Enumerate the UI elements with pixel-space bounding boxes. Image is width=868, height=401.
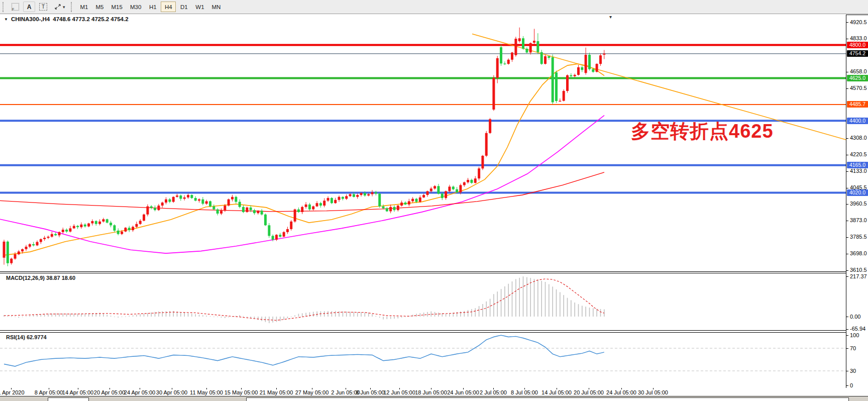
collapse-triangle-icon[interactable]: ▼ bbox=[4, 17, 8, 22]
time-axis-label: 11 May 05:00 bbox=[190, 389, 223, 395]
timeframe-button-MN[interactable]: MN bbox=[208, 2, 225, 12]
price-tick-label: 4920.5 bbox=[850, 19, 867, 25]
trading-platform-window: F A T ▾ M1M5M15M30H1H4D1W1MN ▼ CHINA300-… bbox=[0, 0, 868, 401]
time-axis-label: 21 May 05:00 bbox=[260, 389, 293, 395]
price-axis-border bbox=[846, 15, 846, 388]
time-axis-label: 18 Jun 05:00 bbox=[415, 389, 447, 395]
indicator-frame-icon: F bbox=[12, 3, 19, 11]
rsi-indicator-label: RSI(14) 62.9774 bbox=[6, 334, 47, 340]
timeframe-button-D1[interactable]: D1 bbox=[176, 2, 191, 12]
time-axis-label: 8 Jul 05:00 bbox=[511, 389, 538, 395]
arrows-tool-button[interactable]: ▾ bbox=[51, 2, 68, 12]
macd-histogram bbox=[4, 276, 604, 323]
moving-average-fast_orange bbox=[4, 64, 604, 255]
symbol-timeframe-label: CHINA300-,H4 bbox=[11, 16, 50, 22]
timeframe-button-M15[interactable]: M15 bbox=[108, 2, 126, 12]
time-axis-label: 20 Jul 05:00 bbox=[574, 389, 604, 395]
axis-tick bbox=[846, 348, 848, 349]
axis-tick bbox=[846, 88, 848, 89]
price-tick-label: 3785.5 bbox=[850, 234, 867, 240]
axis-tick bbox=[846, 371, 848, 371]
cursor-a-button[interactable]: A bbox=[23, 2, 35, 12]
indicator-frame-button[interactable]: F bbox=[9, 2, 22, 12]
macd-axis-label: 217.37 bbox=[850, 273, 867, 279]
time-axis-label: 20 Apr 05:00 bbox=[94, 389, 125, 395]
price-line-label: 4400.0 bbox=[847, 118, 868, 124]
time-axis-label: 8 Jun 05:00 bbox=[356, 389, 385, 395]
current-price-label: 4754.2 bbox=[847, 50, 868, 57]
axis-tick bbox=[846, 221, 848, 221]
rsi-axis-label: 30 bbox=[850, 368, 856, 374]
cursor-a-label: A bbox=[27, 4, 32, 11]
rsi-axis-label: 100 bbox=[850, 332, 859, 338]
panel-separator[interactable] bbox=[0, 271, 846, 272]
macd-panel[interactable] bbox=[0, 273, 846, 330]
macd-axis-label: -65.94 bbox=[850, 326, 865, 332]
time-axis-label: 24 Apr 05:00 bbox=[124, 389, 155, 395]
axis-tick bbox=[846, 276, 848, 277]
time-axis-label: 14 Jul 05:00 bbox=[541, 389, 572, 395]
axis-tick bbox=[846, 204, 848, 205]
price-line-label: 4625.0 bbox=[847, 75, 868, 81]
macd-indicator-label: MACD(12,26,9) 38.87 18.60 bbox=[6, 275, 75, 281]
axis-tick bbox=[846, 155, 848, 155]
text-box-icon: T bbox=[39, 3, 47, 11]
candlesticks bbox=[3, 28, 606, 266]
axis-tick bbox=[846, 254, 848, 254]
price-tick-label: 3873.0 bbox=[850, 217, 867, 223]
timeframe-button-W1[interactable]: W1 bbox=[192, 2, 207, 12]
axis-tick bbox=[846, 335, 848, 336]
axis-tick bbox=[846, 39, 848, 39]
rsi-axis-label: 70 bbox=[850, 345, 856, 351]
bottom-strip bbox=[0, 396, 868, 401]
time-axis-label: 30 Jul 05:00 bbox=[638, 389, 668, 395]
timeframe-button-H4[interactable]: H4 bbox=[161, 2, 176, 12]
toolbar-divider bbox=[0, 14, 868, 14]
bottom-strip-box bbox=[246, 397, 849, 401]
chart-annotation-text: 多空转折点4625 bbox=[631, 119, 774, 144]
time-axis-label: 8 Apr 05:00 bbox=[35, 389, 63, 395]
price-line-label: 4020.0 bbox=[847, 189, 868, 196]
axis-tick bbox=[846, 317, 848, 317]
time-axis-label: 15 May 05:00 bbox=[225, 389, 258, 395]
axis-tick bbox=[846, 171, 848, 172]
time-axis-label: 30 Apr 05:00 bbox=[156, 389, 187, 395]
axis-tick bbox=[846, 385, 848, 386]
timeframe-button-M1[interactable]: M1 bbox=[77, 2, 92, 12]
time-axis-label: 24 Jun 05:00 bbox=[447, 389, 479, 395]
price-tick-label: 4220.5 bbox=[850, 151, 867, 157]
rsi-panel[interactable] bbox=[0, 333, 846, 388]
arrows-icon bbox=[54, 4, 61, 10]
axis-tick bbox=[846, 270, 848, 271]
chart-shift-marker-icon[interactable]: ▾ bbox=[609, 14, 612, 20]
price-tick-label: 4833.0 bbox=[850, 35, 867, 41]
rsi-line bbox=[4, 335, 604, 366]
price-line-label: 4800.0 bbox=[847, 42, 868, 48]
toolbar-grip[interactable] bbox=[71, 2, 74, 12]
time-axis-label: 2 Jul 05:00 bbox=[480, 389, 507, 395]
axis-tick bbox=[846, 138, 848, 139]
timeframe-button-M5[interactable]: M5 bbox=[92, 2, 107, 12]
toolbar: F A T ▾ M1M5M15M30H1H4D1W1MN bbox=[0, 0, 868, 14]
chevron-down-icon: ▾ bbox=[63, 5, 65, 10]
toolbar-grip[interactable] bbox=[3, 2, 6, 12]
text-box-button[interactable]: T bbox=[36, 2, 50, 12]
timeframe-button-M30[interactable]: M30 bbox=[127, 2, 145, 12]
price-line-label: 4165.0 bbox=[847, 162, 868, 168]
axis-tick bbox=[846, 72, 848, 72]
price-tick-label: 3698.0 bbox=[850, 250, 867, 256]
time-axis-label: 12 Jun 05:00 bbox=[383, 389, 415, 395]
time-axis[interactable]: 1 Apr 20208 Apr 05:0014 Apr 05:0020 Apr … bbox=[0, 388, 846, 396]
price-tick-label: 4658.0 bbox=[850, 68, 867, 74]
panel-separator[interactable] bbox=[0, 330, 846, 331]
price-tick-label: 4308.0 bbox=[850, 135, 867, 141]
rsi-axis-label: 0 bbox=[850, 382, 853, 388]
macd-axis-label: 0.00 bbox=[850, 314, 860, 320]
timeframe-button-H1[interactable]: H1 bbox=[145, 2, 160, 12]
price-tick-label: 3610.5 bbox=[850, 267, 867, 273]
time-axis-label: 27 May 05:00 bbox=[295, 389, 329, 395]
axis-tick bbox=[846, 237, 848, 238]
price-tick-label: 4570.5 bbox=[850, 85, 867, 91]
ohlc-values: 4748.6 4773.2 4725.2 4754.2 bbox=[53, 16, 128, 22]
axis-tick bbox=[846, 188, 848, 188]
